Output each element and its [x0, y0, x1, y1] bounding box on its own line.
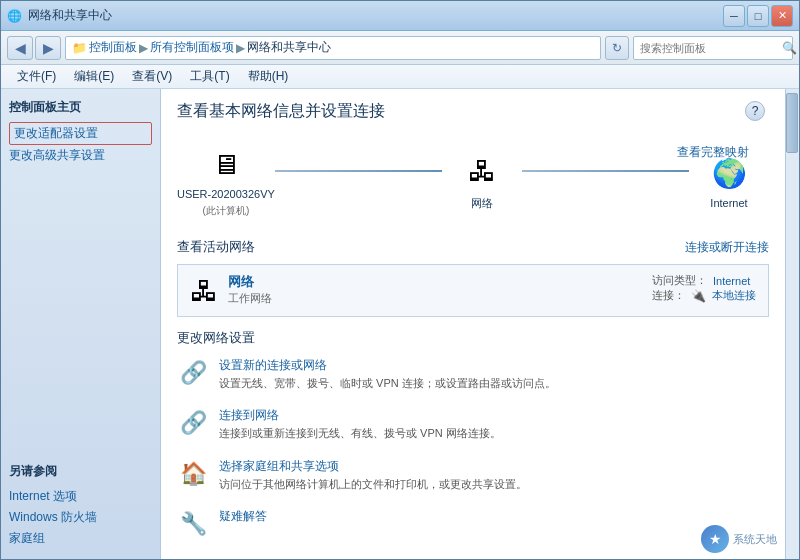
menu-edit[interactable]: 编辑(E)	[66, 66, 122, 87]
network-diagram: 🖥 USER-20200326VY (此计算机) 🖧 网络 🌍 Internet	[177, 136, 769, 226]
homegroup-link[interactable]: 选择家庭组和共享选项	[219, 458, 769, 475]
connect-link[interactable]: 连接到网络	[219, 407, 769, 424]
sidebar-link-homegroup[interactable]: 家庭组	[9, 528, 152, 549]
computer-label: USER-20200326VY	[177, 188, 275, 200]
new-connection-desc: 设置无线、宽带、拨号、临时或 VPN 连接；或设置路由器或访问点。	[219, 376, 769, 391]
setting-item-troubleshoot: 🔧 疑难解答	[177, 508, 769, 546]
access-type-label: 访问类型：	[652, 273, 707, 288]
search-input[interactable]	[640, 42, 778, 54]
menu-tools[interactable]: 工具(T)	[182, 66, 237, 87]
title-bar-left: 🌐 网络和共享中心	[7, 7, 112, 24]
troubleshoot-icon: 🔧	[177, 508, 209, 540]
watermark: ★ 系统天地	[701, 525, 777, 553]
homegroup-content: 选择家庭组和共享选项 访问位于其他网络计算机上的文件和打印机，或更改共享设置。	[219, 458, 769, 492]
search-bar: 🔍	[633, 36, 793, 60]
view-full-map-link[interactable]: 查看完整映射	[677, 144, 749, 161]
menu-help[interactable]: 帮助(H)	[240, 66, 297, 87]
active-net-type: 工作网络	[228, 291, 642, 306]
menu-bar: 文件(F) 编辑(E) 查看(V) 工具(T) 帮助(H)	[1, 65, 799, 89]
computer-icon: 🖥	[202, 144, 250, 184]
active-net-name[interactable]: 网络	[228, 273, 642, 291]
breadcrumb-bar: 📁 控制面板 ▶ 所有控制面板项 ▶ 网络和共享中心	[65, 36, 601, 60]
breadcrumb-current[interactable]: 网络和共享中心	[247, 39, 331, 56]
new-connection-icon: 🔗	[177, 357, 209, 389]
access-type-row: 访问类型： Internet	[652, 273, 756, 288]
internet-label: Internet	[710, 197, 747, 209]
back-button[interactable]: ◀	[7, 36, 33, 60]
sidebar-link-sharing[interactable]: 更改高级共享设置	[9, 145, 152, 166]
active-net-details: 访问类型： Internet 连接： 🔌 本地连接	[652, 273, 756, 303]
connect-disconnect-link[interactable]: 连接或断开连接	[685, 239, 769, 256]
setting-item-new-connection: 🔗 设置新的连接或网络 设置无线、宽带、拨号、临时或 VPN 连接；或设置路由器…	[177, 357, 769, 397]
sidebar-link-adapter[interactable]: 更改适配器设置	[9, 122, 152, 145]
sidebar-link-internet-options[interactable]: Internet 选项	[9, 486, 152, 507]
menu-file[interactable]: 文件(F)	[9, 66, 64, 87]
connection-label: 连接：	[652, 288, 685, 303]
setting-item-connect: 🔗 连接到网络 连接到或重新连接到无线、有线、拨号或 VPN 网络连接。	[177, 407, 769, 447]
sidebar-main-section: 控制面板主页 更改适配器设置 更改高级共享设置	[9, 99, 152, 166]
active-net-info: 网络 工作网络	[228, 273, 642, 306]
title-bar: 🌐 网络和共享中心 ─ □ ✕	[1, 1, 799, 31]
sidebar-link-firewall[interactable]: Windows 防火墙	[9, 507, 152, 528]
active-network-box: 🖧 网络 工作网络 访问类型： Internet 连接：	[177, 264, 769, 317]
change-settings-title: 更改网络设置	[177, 329, 769, 347]
active-network-header: 查看活动网络 连接或断开连接	[177, 238, 769, 256]
connection-value[interactable]: 本地连接	[712, 288, 756, 303]
troubleshoot-content: 疑难解答	[219, 508, 769, 527]
new-connection-link[interactable]: 设置新的连接或网络	[219, 357, 769, 374]
troubleshoot-link[interactable]: 疑难解答	[219, 508, 769, 525]
content-wrapper: ? 查看基本网络信息并设置连接 🖥 USER-20200326VY (此计算机)…	[161, 89, 799, 559]
window-title: 网络和共享中心	[28, 7, 112, 24]
active-network-title: 查看活动网络	[177, 238, 255, 256]
minimize-button[interactable]: ─	[723, 5, 745, 27]
content-area: ? 查看基本网络信息并设置连接 🖥 USER-20200326VY (此计算机)…	[161, 89, 785, 559]
close-button[interactable]: ✕	[771, 5, 793, 27]
address-bar: ◀ ▶ 📁 控制面板 ▶ 所有控制面板项 ▶ 网络和共享中心 ↻ 🔍	[1, 31, 799, 65]
net-line-2	[522, 170, 689, 172]
breadcrumb-allitems[interactable]: 所有控制面板项	[150, 39, 234, 56]
connect-content: 连接到网络 连接到或重新连接到无线、有线、拨号或 VPN 网络连接。	[219, 407, 769, 441]
refresh-button[interactable]: ↻	[605, 36, 629, 60]
help-icon-button[interactable]: ?	[745, 101, 765, 121]
sidebar-section-title: 控制面板主页	[9, 99, 152, 116]
page-title: 查看基本网络信息并设置连接	[177, 101, 769, 122]
access-type-group: 访问类型： Internet 连接： 🔌 本地连接	[652, 273, 756, 303]
access-type-value: Internet	[713, 275, 750, 287]
network-icon: 🖧	[458, 152, 506, 192]
net-node-internet: 🌍 Internet	[689, 153, 769, 209]
connection-row: 连接： 🔌 本地连接	[652, 288, 756, 303]
folder-icon: 📁	[72, 41, 87, 55]
connect-desc: 连接到或重新连接到无线、有线、拨号或 VPN 网络连接。	[219, 426, 769, 441]
sidebar-also-title: 另请参阅	[9, 463, 152, 480]
watermark-text: 系统天地	[733, 532, 777, 547]
net-line-1	[275, 170, 442, 172]
main-layout: 控制面板主页 更改适配器设置 更改高级共享设置 另请参阅 Internet 选项…	[1, 89, 799, 559]
title-controls: ─ □ ✕	[723, 5, 793, 27]
maximize-button[interactable]: □	[747, 5, 769, 27]
sidebar: 控制面板主页 更改适配器设置 更改高级共享设置 另请参阅 Internet 选项…	[1, 89, 161, 559]
search-icon[interactable]: 🔍	[782, 41, 797, 55]
main-window: 🌐 网络和共享中心 ─ □ ✕ ◀ ▶ 📁 控制面板 ▶ 所有控制面板项 ▶ 网…	[0, 0, 800, 560]
setting-item-homegroup: 🏠 选择家庭组和共享选项 访问位于其他网络计算机上的文件和打印机，或更改共享设置…	[177, 458, 769, 498]
network-label: 网络	[471, 196, 493, 211]
connect-icon: 🔗	[177, 407, 209, 439]
breadcrumb-controlpanel[interactable]: 控制面板	[89, 39, 137, 56]
net-node-computer: 🖥 USER-20200326VY (此计算机)	[177, 144, 275, 218]
nav-buttons: ◀ ▶	[7, 36, 61, 60]
connection-icon: 🔌	[691, 289, 706, 303]
homegroup-desc: 访问位于其他网络计算机上的文件和打印机，或更改共享设置。	[219, 477, 769, 492]
sidebar-also-section: 另请参阅 Internet 选项 Windows 防火墙 家庭组	[9, 463, 152, 549]
watermark-icon: ★	[701, 525, 729, 553]
active-net-icon: 🖧	[190, 275, 218, 308]
homegroup-icon: 🏠	[177, 458, 209, 490]
window-icon: 🌐	[7, 9, 22, 23]
new-connection-content: 设置新的连接或网络 设置无线、宽带、拨号、临时或 VPN 连接；或设置路由器或访…	[219, 357, 769, 391]
menu-view[interactable]: 查看(V)	[124, 66, 180, 87]
computer-sublabel: (此计算机)	[203, 204, 250, 218]
scrollbar-track[interactable]	[785, 89, 799, 559]
scrollbar-thumb[interactable]	[786, 93, 798, 153]
net-node-network: 🖧 网络	[442, 152, 522, 211]
forward-button[interactable]: ▶	[35, 36, 61, 60]
